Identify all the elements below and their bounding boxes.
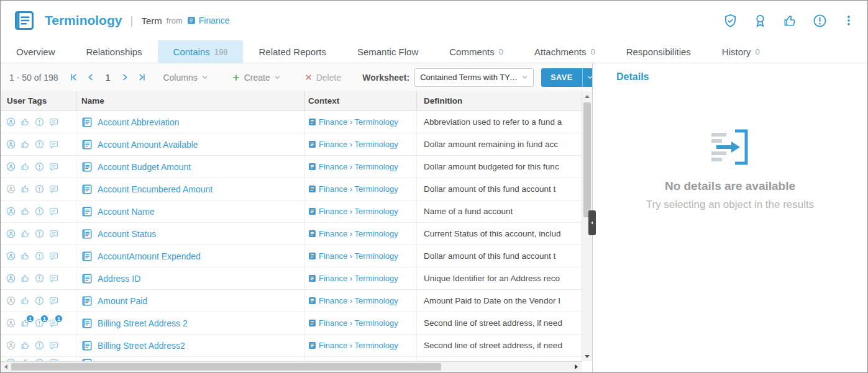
alert-circle-icon[interactable]: 1 <box>35 318 44 328</box>
context-link[interactable]: Finance › Terminology <box>319 318 398 328</box>
assignee-icon[interactable] <box>6 296 16 305</box>
worksheet-select[interactable]: Contained Terms with TYpes <box>414 68 534 87</box>
table-row[interactable]: Account Abbreviation Finance › Terminolo… <box>1 111 582 133</box>
last-page-button[interactable] <box>137 73 147 82</box>
assignee-icon[interactable] <box>6 207 16 216</box>
table-row[interactable]: Account Status Finance › Terminology Cur… <box>1 223 582 245</box>
term-link[interactable]: Address ID <box>98 274 140 284</box>
table-row[interactable]: Address ID Finance › Terminology Unique … <box>1 267 582 290</box>
column-header-name[interactable]: Name <box>76 91 305 110</box>
alert-circle-icon[interactable] <box>35 229 44 238</box>
alert-circle-icon[interactable] <box>35 184 44 194</box>
context-link[interactable]: Finance › Terminology <box>319 229 398 238</box>
alert-circle-icon[interactable] <box>35 117 44 127</box>
tab-attachments[interactable]: Attachments 0 <box>519 40 611 63</box>
comment-icon[interactable] <box>49 140 58 149</box>
term-link[interactable]: AccountAmount Expended <box>98 251 201 261</box>
context-link[interactable]: Finance › Terminology <box>319 162 398 171</box>
tab-responsibilities[interactable]: Responsibilities <box>611 40 706 63</box>
assignee-icon[interactable] <box>6 274 16 283</box>
table-row[interactable]: AccountAmount Expended Finance › Termino… <box>1 245 582 267</box>
comment-icon[interactable] <box>49 341 58 350</box>
context-link[interactable]: Finance › Terminology <box>319 117 398 127</box>
table-row[interactable]: Account Encumbered Amount Finance › Term… <box>1 178 582 200</box>
shield-check-icon[interactable] <box>723 14 738 28</box>
assignee-icon[interactable] <box>6 341 16 350</box>
comment-icon[interactable] <box>49 162 58 171</box>
scroll-left-arrow-icon[interactable] <box>1 362 11 372</box>
table-row[interactable]: Billing Street Address2 Finance › Termin… <box>1 335 582 357</box>
comment-icon[interactable] <box>49 274 58 283</box>
comment-icon[interactable] <box>49 229 58 238</box>
save-dropdown-button[interactable] <box>582 68 592 87</box>
alert-circle-icon[interactable] <box>35 207 44 216</box>
alert-circle-icon[interactable] <box>35 274 44 283</box>
tab-relationships[interactable]: Relationships <box>71 40 158 63</box>
comment-icon[interactable] <box>49 296 58 305</box>
thumbs-up-icon[interactable] <box>21 162 30 171</box>
alert-circle-icon[interactable] <box>813 14 827 28</box>
thumbs-up-icon[interactable] <box>21 296 30 305</box>
comment-icon[interactable] <box>49 207 58 216</box>
tab-overview[interactable]: Overview <box>1 40 71 63</box>
term-link[interactable]: Billing Street Address2 <box>98 341 185 351</box>
assignee-icon[interactable] <box>6 184 16 194</box>
term-link[interactable]: Account Encumbered Amount <box>98 184 212 194</box>
thumbs-up-icon[interactable] <box>21 207 30 216</box>
alert-circle-icon[interactable] <box>35 140 44 149</box>
alert-circle-icon[interactable] <box>35 251 44 261</box>
table-row[interactable]: Amount Paid Finance › Terminology Amount… <box>1 290 582 312</box>
first-page-button[interactable] <box>69 73 78 82</box>
comment-icon[interactable]: 1 <box>49 318 58 328</box>
save-button[interactable]: SAVE <box>541 68 582 87</box>
comment-icon[interactable] <box>49 184 58 194</box>
context-link[interactable]: Finance › Terminology <box>319 184 398 194</box>
term-link[interactable]: Account Amount Available <box>98 140 198 150</box>
tab-history[interactable]: History 0 <box>706 40 775 63</box>
scroll-up-arrow-icon[interactable] <box>582 92 592 101</box>
term-link[interactable]: Account Status <box>98 229 156 239</box>
thumbs-up-icon[interactable] <box>21 140 30 149</box>
comment-icon[interactable] <box>49 117 58 127</box>
assignee-icon[interactable] <box>6 140 16 149</box>
tab-semantic-flow[interactable]: Semantic Flow <box>342 40 434 63</box>
column-header-definition[interactable]: Definition <box>417 91 582 110</box>
assignee-icon[interactable] <box>6 251 16 261</box>
table-row[interactable]: Account Budget Amount Finance › Terminol… <box>1 156 582 178</box>
thumbs-up-icon[interactable] <box>21 229 30 238</box>
assignee-icon[interactable] <box>6 229 16 238</box>
term-link[interactable]: Amount Paid <box>98 296 147 306</box>
collapse-panel-handle[interactable] <box>588 210 596 235</box>
alert-circle-icon[interactable] <box>35 296 44 305</box>
table-row[interactable]: 1 1 1 Billing Street Address 2 Finance ›… <box>1 312 582 335</box>
tab-comments[interactable]: Comments 0 <box>434 40 519 63</box>
horizontal-scrollbar-thumb[interactable] <box>11 363 441 371</box>
term-link[interactable]: Billing Street Address 2 <box>98 318 188 328</box>
thumbs-up-icon[interactable] <box>21 184 30 194</box>
context-link[interactable]: Finance › Terminology <box>319 274 398 283</box>
table-row[interactable] <box>1 357 582 361</box>
thumbs-up-icon[interactable] <box>21 117 30 127</box>
term-link[interactable]: Account Budget Amount <box>98 162 191 172</box>
next-page-button[interactable] <box>120 73 129 82</box>
columns-dropdown[interactable]: Columns <box>163 73 208 83</box>
thumbs-up-icon[interactable]: 1 <box>21 318 30 328</box>
table-row[interactable]: Account Name Finance › Terminology Name … <box>1 200 582 223</box>
tab-related-reports[interactable]: Related Reports <box>243 40 341 63</box>
term-link[interactable]: Account Name <box>98 207 155 217</box>
comment-icon[interactable] <box>49 251 58 261</box>
kebab-menu-icon[interactable] <box>843 14 855 27</box>
create-button[interactable]: Create <box>232 73 281 83</box>
thumbs-up-icon[interactable] <box>783 14 797 28</box>
context-link[interactable]: Finance › Terminology <box>319 251 398 261</box>
term-link[interactable]: Account Abbreviation <box>98 117 180 127</box>
assignee-icon[interactable] <box>6 162 16 171</box>
thumbs-up-icon[interactable] <box>21 274 30 283</box>
table-row[interactable]: Account Amount Available Finance › Termi… <box>1 133 582 156</box>
assignee-icon[interactable] <box>6 318 16 328</box>
alert-circle-icon[interactable] <box>35 341 44 350</box>
context-link[interactable]: Finance › Terminology <box>319 341 398 350</box>
thumbs-up-icon[interactable] <box>21 341 30 350</box>
horizontal-scrollbar[interactable] <box>1 361 582 372</box>
context-link[interactable]: Finance › Terminology <box>319 296 398 305</box>
